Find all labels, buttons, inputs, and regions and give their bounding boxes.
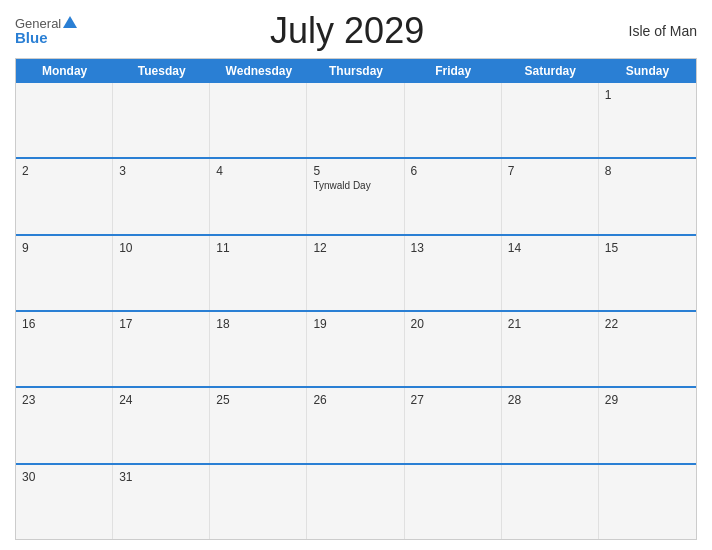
day-number: 22 [605,317,690,331]
logo-general-text: General [15,17,77,31]
calendar-row-4: 23242526272829 [16,386,696,462]
day-number: 7 [508,164,592,178]
calendar-row-3: 16171819202122 [16,310,696,386]
day-number: 25 [216,393,300,407]
region-label: Isle of Man [617,23,697,39]
calendar-cell: 9 [16,236,113,310]
day-number: 26 [313,393,397,407]
day-number: 31 [119,470,203,484]
calendar-cell: 18 [210,312,307,386]
calendar-cell [307,465,404,539]
calendar-row-0: 1 [16,83,696,157]
day-number: 29 [605,393,690,407]
day-number: 27 [411,393,495,407]
calendar-cell [405,83,502,157]
header-day-thursday: Thursday [307,59,404,83]
calendar-cell [502,83,599,157]
calendar-cell: 26 [307,388,404,462]
logo: General Blue [15,17,77,46]
calendar-cell: 6 [405,159,502,233]
day-number: 21 [508,317,592,331]
header: General Blue July 2029 Isle of Man [15,10,697,52]
header-day-saturday: Saturday [502,59,599,83]
header-day-tuesday: Tuesday [113,59,210,83]
calendar-cell: 17 [113,312,210,386]
day-number: 19 [313,317,397,331]
logo-blue-text: Blue [15,30,48,45]
day-event: Tynwald Day [313,180,397,191]
day-number: 4 [216,164,300,178]
calendar-row-1: 2345Tynwald Day678 [16,157,696,233]
calendar-cell: 11 [210,236,307,310]
calendar-cell: 19 [307,312,404,386]
day-number: 2 [22,164,106,178]
calendar-cell: 13 [405,236,502,310]
day-number: 18 [216,317,300,331]
calendar-cell: 8 [599,159,696,233]
day-number: 16 [22,317,106,331]
calendar-cell: 23 [16,388,113,462]
calendar-cell [502,465,599,539]
calendar-cell: 30 [16,465,113,539]
calendar-cell: 28 [502,388,599,462]
calendar-row-5: 3031 [16,463,696,539]
day-number: 20 [411,317,495,331]
calendar-title: July 2029 [77,10,617,52]
calendar-cell [307,83,404,157]
day-number: 28 [508,393,592,407]
calendar-cell: 14 [502,236,599,310]
calendar-cell: 29 [599,388,696,462]
calendar-cell: 2 [16,159,113,233]
calendar-cell: 16 [16,312,113,386]
calendar-cell [599,465,696,539]
day-number: 6 [411,164,495,178]
calendar-cell [113,83,210,157]
page: General Blue July 2029 Isle of Man Monda… [0,0,712,550]
calendar-cell: 27 [405,388,502,462]
calendar-cell: 5Tynwald Day [307,159,404,233]
calendar-cell: 3 [113,159,210,233]
calendar-cell: 31 [113,465,210,539]
calendar-cell [16,83,113,157]
calendar-cell: 22 [599,312,696,386]
calendar-cell: 15 [599,236,696,310]
day-number: 14 [508,241,592,255]
header-day-friday: Friday [405,59,502,83]
day-number: 13 [411,241,495,255]
day-number: 5 [313,164,397,178]
calendar: MondayTuesdayWednesdayThursdayFridaySatu… [15,58,697,540]
logo-triangle-icon [63,16,77,28]
calendar-cell: 20 [405,312,502,386]
day-number: 23 [22,393,106,407]
calendar-cell: 12 [307,236,404,310]
calendar-cell: 21 [502,312,599,386]
header-day-sunday: Sunday [599,59,696,83]
day-number: 11 [216,241,300,255]
calendar-cell: 1 [599,83,696,157]
calendar-cell [405,465,502,539]
calendar-cell: 24 [113,388,210,462]
day-number: 1 [605,88,690,102]
calendar-cell: 7 [502,159,599,233]
day-number: 15 [605,241,690,255]
calendar-cell: 25 [210,388,307,462]
calendar-cell: 4 [210,159,307,233]
day-number: 12 [313,241,397,255]
calendar-header: MondayTuesdayWednesdayThursdayFridaySatu… [16,59,696,83]
calendar-cell [210,83,307,157]
day-number: 30 [22,470,106,484]
day-number: 9 [22,241,106,255]
day-number: 3 [119,164,203,178]
day-number: 24 [119,393,203,407]
calendar-cell [210,465,307,539]
calendar-cell: 10 [113,236,210,310]
day-number: 10 [119,241,203,255]
header-day-monday: Monday [16,59,113,83]
calendar-body: 12345Tynwald Day678910111213141516171819… [16,83,696,539]
day-number: 8 [605,164,690,178]
calendar-row-2: 9101112131415 [16,234,696,310]
day-number: 17 [119,317,203,331]
header-day-wednesday: Wednesday [210,59,307,83]
